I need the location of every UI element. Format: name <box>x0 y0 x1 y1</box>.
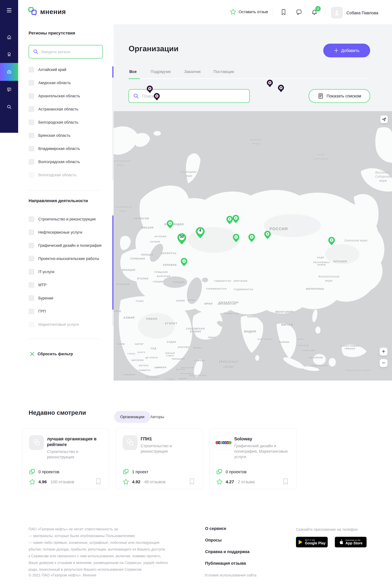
map-pin[interactable] <box>226 216 233 224</box>
activities-scrollbar-thumb[interactable] <box>112 215 114 310</box>
activity-option-8[interactable]: ГРП <box>28 308 106 315</box>
zoom-out-button[interactable]: − <box>380 359 388 367</box>
region-option-1[interactable]: Алтайский край <box>28 67 106 73</box>
activity-option-5[interactable]: IT-услуги <box>28 269 106 275</box>
organization-card[interactable]: лучшая организация в рейтинге Строительс… <box>22 428 109 489</box>
region-option-4[interactable]: Астраханская область <box>28 106 106 112</box>
reset-filter-button[interactable]: Сбросить фильтр <box>30 352 73 356</box>
activity-option-4[interactable]: Проектно-изыскательские работы <box>28 255 106 262</box>
activity-option-7[interactable]: Бурение <box>28 295 106 301</box>
checkbox-icon[interactable] <box>28 159 34 165</box>
target-pin[interactable] <box>267 80 273 88</box>
sidebar-item-organizations[interactable] <box>0 63 18 81</box>
notification-badge: 2 <box>315 6 321 12</box>
activity-option-6[interactable]: МТР <box>28 282 106 288</box>
region-option-5[interactable]: Белгородская область <box>28 119 106 125</box>
checkbox-icon[interactable] <box>28 282 34 288</box>
map-pin[interactable] <box>233 234 240 242</box>
organization-title: Soloway <box>234 436 290 442</box>
terms-link[interactable]: Условие использования сайта <box>204 573 256 577</box>
legal-line: к Сервисам или связанного с ним использо… <box>28 553 192 559</box>
target-pin[interactable] <box>146 86 153 94</box>
footer-link-4[interactable]: Публикация отзыва <box>205 561 250 566</box>
user-name[interactable]: Собака Павлова <box>346 11 378 15</box>
checkbox-icon[interactable] <box>28 295 34 301</box>
checkbox-icon[interactable] <box>28 133 34 138</box>
region-option-7[interactable]: Владимирская область <box>28 145 106 152</box>
legal-line: Ваше доверие к отзывам и мнениям, размещ… <box>28 559 192 566</box>
zoom-in-button[interactable]: + <box>380 348 388 356</box>
region-option-6[interactable]: Брянская область <box>28 132 106 139</box>
checkbox-icon[interactable] <box>28 172 34 178</box>
checkbox-icon[interactable] <box>28 322 34 327</box>
organization-card[interactable]: soloway Soloway Графический дизайн и пол… <box>209 428 296 489</box>
checkbox-icon[interactable] <box>28 309 34 314</box>
checkbox-icon[interactable] <box>28 256 34 261</box>
region-search-input[interactable] <box>41 45 100 58</box>
tab-supplier[interactable]: Поставщик <box>214 69 234 74</box>
tab-customer[interactable]: Заказчик <box>184 69 201 74</box>
checkbox-icon[interactable] <box>28 119 34 125</box>
tab-contractor[interactable]: Подрядчик <box>151 69 171 74</box>
organization-category: Графический дизайн и полиграфия, Маркети… <box>234 443 290 460</box>
checkbox-icon[interactable] <box>28 216 34 222</box>
footer-link-3[interactable]: Справка и поддержка <box>205 549 250 554</box>
checkbox-icon[interactable] <box>28 67 34 73</box>
sidebar-item-rating[interactable] <box>0 46 18 63</box>
region-option-9[interactable]: Вологодская область <box>28 172 106 178</box>
map-pin[interactable] <box>181 258 188 266</box>
chip-authors[interactable]: Авторы <box>144 411 170 423</box>
regions-title: Регионы присутствия <box>28 31 75 36</box>
briefcase-icon <box>6 69 12 75</box>
map-cluster-pin[interactable]: 30 <box>177 233 186 244</box>
checkbox-icon[interactable] <box>28 93 34 99</box>
checkbox-icon[interactable] <box>28 146 34 152</box>
app-store-badge[interactable]: Download on the App Store <box>335 537 366 547</box>
sidebar-item-search[interactable] <box>0 99 18 115</box>
bookmarks-button[interactable] <box>280 9 287 16</box>
app-logo[interactable]: мнения <box>28 7 66 16</box>
pin-icon <box>233 234 240 242</box>
bookmark-button[interactable] <box>189 478 195 485</box>
map-cluster-pin[interactable]: 4 <box>196 227 205 238</box>
locate-button[interactable] <box>380 115 388 123</box>
bookmark-button[interactable] <box>283 478 288 485</box>
tab-all[interactable]: Все <box>129 69 136 74</box>
activity-option-2[interactable]: Нефтесервисные услуги <box>28 229 106 235</box>
footer-link-1[interactable]: О сервисе <box>205 526 250 531</box>
avatar[interactable] <box>331 7 343 19</box>
leave-review-button[interactable]: Оставить отзыв <box>230 9 268 15</box>
checkbox-icon[interactable] <box>28 80 34 86</box>
checkbox-icon[interactable] <box>28 106 34 112</box>
legal-line: — материалы, которые были опубликованы П… <box>28 532 192 539</box>
region-option-2[interactable]: Амурская область <box>28 80 106 86</box>
regions-scrollbar-thumb[interactable] <box>112 66 114 78</box>
checkbox-icon[interactable] <box>28 243 34 248</box>
map-pin[interactable] <box>264 231 271 239</box>
sidebar-item-home[interactable] <box>0 29 18 46</box>
checkbox-icon[interactable] <box>28 269 34 275</box>
show-as-list-button[interactable]: Показать списком <box>309 89 370 103</box>
map-pin[interactable] <box>167 220 174 229</box>
add-organization-button[interactable]: Добавить <box>323 44 370 57</box>
footer-link-2[interactable]: Опросы <box>205 538 250 542</box>
activity-option-9[interactable]: Маркетинговые услуги <box>28 321 106 328</box>
page-title: Организации <box>128 44 178 53</box>
checkbox-icon[interactable] <box>28 229 34 235</box>
activity-option-1[interactable]: Строительство и реконструкция <box>28 216 106 222</box>
organization-card[interactable]: ГПН1 Строительство и реконструкция 1 про… <box>116 428 203 489</box>
bookmark-button[interactable] <box>96 478 101 485</box>
target-pin[interactable] <box>154 93 160 101</box>
map[interactable]: Гренландское мореКарское мореморе Лаптев… <box>114 111 392 381</box>
region-option-8[interactable]: Волгоградская область <box>28 159 106 165</box>
activity-option-3[interactable]: Графический дизайн и полиграфия <box>28 242 106 249</box>
menu-hamburger-icon[interactable] <box>0 8 18 12</box>
map-pin[interactable] <box>248 233 255 242</box>
sidebar-item-feedback[interactable] <box>0 81 18 98</box>
messages-button[interactable] <box>296 9 302 16</box>
google-play-badge[interactable]: GET IT ON Google Play <box>296 537 328 547</box>
target-pin[interactable] <box>278 85 284 93</box>
region-option-3[interactable]: Архангельская область <box>28 93 106 99</box>
map-pin[interactable] <box>328 237 335 245</box>
map-pin[interactable] <box>232 215 239 223</box>
